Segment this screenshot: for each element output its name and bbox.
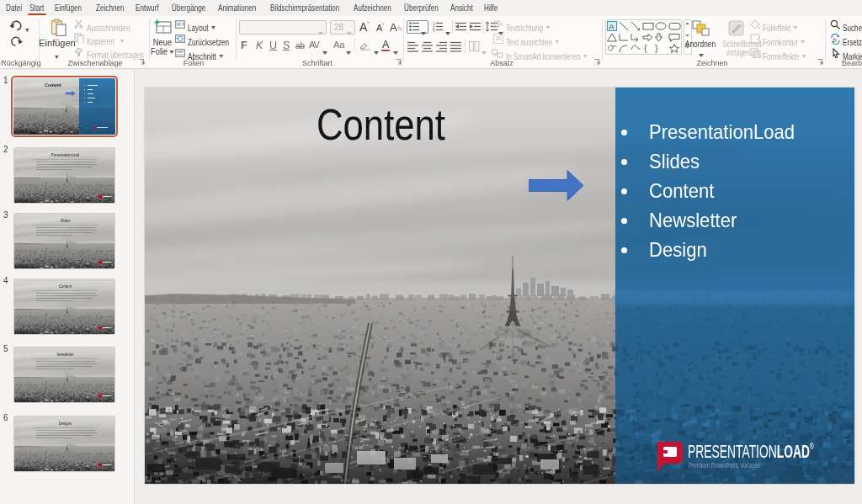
- svg-text:3: 3: [433, 29, 435, 33]
- svg-text:A: A: [609, 23, 615, 31]
- svg-text:}: }: [655, 43, 658, 53]
- svg-text:A: A: [499, 21, 503, 27]
- svg-text:b: b: [833, 37, 837, 43]
- svg-text:{: {: [644, 43, 647, 53]
